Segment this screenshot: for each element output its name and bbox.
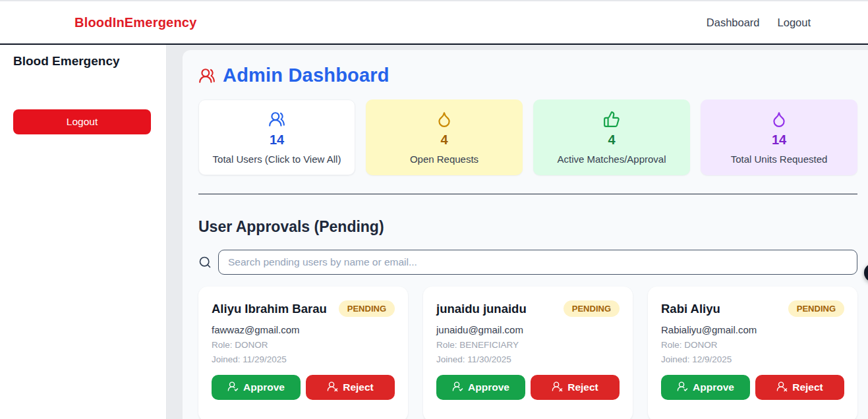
status-badge: PENDING [788,300,844,317]
approvals-heading: User Approvals (Pending) [198,218,857,236]
user-joined: Joined: 11/29/2025 [212,354,395,364]
main-area: Admin Dashboard 14 Total Users (Click to… [167,45,868,419]
user-card: Aliyu Ibrahim Barau PENDING fawwaz@gmail… [198,287,408,419]
approve-button-label: Approve [693,381,734,393]
pending-user-cards: Aliyu Ibrahim Barau PENDING fawwaz@gmail… [198,287,857,419]
approve-button-label: Approve [468,381,509,393]
stat-card-total-users[interactable]: 14 Total Users (Click to View All) [198,99,355,175]
users-round-icon [198,67,216,84]
stat-card-active-matches[interactable]: 4 Active Matches/Approval [533,99,690,175]
top-nav-links: Dashboard Logout [707,16,811,29]
stat-label: Total Users (Click to View All) [213,154,341,165]
search-icon [198,256,212,269]
search-row [198,250,857,275]
approve-button[interactable]: Approve [212,375,301,400]
reject-button[interactable]: Reject [306,375,395,400]
droplet-icon [770,111,788,128]
approve-button[interactable]: Approve [436,375,525,400]
user-role: Role: DONOR [212,340,395,350]
page-title-row: Admin Dashboard [198,65,857,86]
stat-card-open-requests[interactable]: 4 Open Requests [366,99,523,175]
sidebar: Blood Emergency Logout [0,45,167,419]
nav-link-dashboard[interactable]: Dashboard [707,16,760,29]
stats-row: 14 Total Users (Click to View All) 4 Ope… [198,99,857,175]
approve-button-label: Approve [243,381,285,393]
reject-button[interactable]: Reject [531,375,620,400]
stat-label: Active Matches/Approval [557,154,666,165]
stat-value: 14 [270,132,284,148]
user-card: Rabi Aliyu PENDING Rabialiyu@gmail.com R… [648,287,857,419]
stat-label: Open Requests [410,154,478,165]
user-role: Role: BENEFICIARY [436,340,620,350]
users-round-icon [268,111,285,128]
user-card: junaidu junaidu PENDING junaidu@gmail.co… [423,287,633,419]
approve-button[interactable]: Approve [661,375,750,400]
droplet-icon [436,111,453,128]
admin-dashboard-page: { "topnav": { "brand": "BloodInEmergency… [0,0,868,419]
user-email: junaidu@gmail.com [436,324,620,335]
user-name: Rabi Aliyu [661,302,720,316]
reject-button[interactable]: Reject [755,375,844,400]
reject-button-label: Reject [792,381,823,393]
user-name: junaidu junaidu [436,302,527,316]
stat-value: 14 [772,132,786,148]
reject-button-label: Reject [567,381,598,393]
user-email: Rabialiyu@gmail.com [661,324,844,335]
page-title: Admin Dashboard [223,65,390,86]
user-x-icon [327,381,338,395]
user-check-icon [227,381,239,395]
sidebar-title: Blood Emergency [13,54,151,69]
section-divider [198,194,857,194]
stat-label: Total Units Requested [731,154,828,165]
user-role: Role: DONOR [661,340,844,350]
user-joined: Joined: 12/9/2025 [661,354,844,364]
main-panel: Admin Dashboard 14 Total Users (Click to… [183,50,868,419]
stat-value: 4 [440,132,448,148]
user-check-icon [677,381,688,395]
brand-logo[interactable]: BloodInEmergency [74,15,196,30]
top-navbar: BloodInEmergency Dashboard Logout [0,0,868,45]
sidebar-logout-button[interactable]: Logout [13,109,151,134]
nav-link-logout[interactable]: Logout [778,16,811,29]
user-x-icon [552,381,563,395]
stat-card-total-units[interactable]: 14 Total Units Requested [701,99,857,175]
status-badge: PENDING [339,300,395,317]
user-x-icon [776,381,788,395]
search-input[interactable] [218,250,857,275]
user-email: fawwaz@gmail.com [212,324,395,335]
reject-button-label: Reject [343,381,374,393]
status-badge: PENDING [564,300,620,317]
thumbs-up-icon [603,111,620,128]
user-joined: Joined: 11/30/2025 [436,354,620,364]
stat-value: 4 [608,132,615,148]
user-check-icon [452,381,463,395]
user-name: Aliyu Ibrahim Barau [212,302,327,316]
